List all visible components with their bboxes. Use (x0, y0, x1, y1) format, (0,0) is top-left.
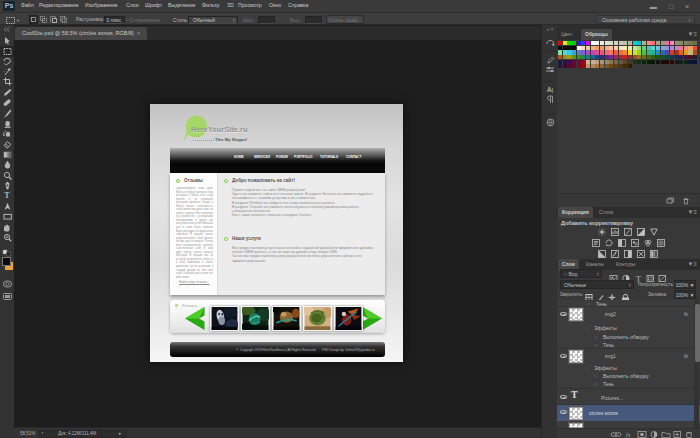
svg-text:fx: fx (626, 432, 631, 438)
